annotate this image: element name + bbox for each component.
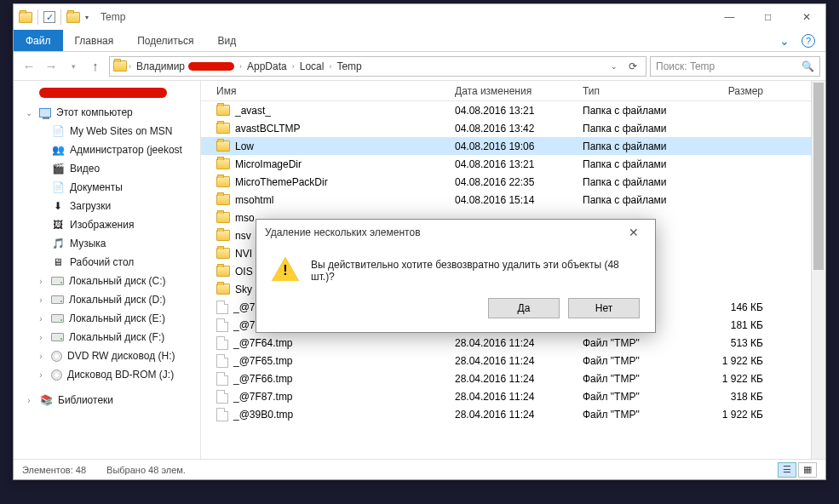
file-name: _@39B0.tmp <box>233 409 293 421</box>
file-row[interactable]: _@7F64.tmp28.04.2016 11:24Файл "TMP"513 … <box>201 334 825 352</box>
tree-this-pc[interactable]: ⌄Этот компьютер <box>14 103 200 122</box>
file-type: Папка с файлами <box>576 105 695 117</box>
folder-icon <box>216 158 230 169</box>
file-row[interactable]: _@7F65.tmp28.04.2016 11:24Файл "TMP"1 92… <box>201 352 825 369</box>
file-row[interactable]: msohtml04.08.2016 15:14Папка с файлами <box>201 191 825 209</box>
folder-icon <box>19 12 32 23</box>
tree-item[interactable]: 🖼Изображения <box>14 215 200 234</box>
file-size: 146 КБ <box>695 301 780 313</box>
tree-item[interactable]: ›Локальный диск (F:) <box>14 328 200 346</box>
folder-icon: 🎬 <box>51 162 65 175</box>
folder-icon <box>216 105 230 116</box>
breadcrumb-local[interactable]: Local <box>296 60 328 72</box>
file-name: msohtml <box>235 194 273 206</box>
col-type[interactable]: Тип <box>576 85 695 97</box>
help-icon[interactable]: ? <box>802 34 815 48</box>
yes-button[interactable]: Да <box>488 298 560 318</box>
properties-qat-button[interactable]: ✓ <box>43 11 55 23</box>
file-row[interactable]: Low04.08.2016 19:06Папка с файлами <box>201 137 825 155</box>
file-date: 28.04.2016 11:24 <box>448 373 576 385</box>
tab-view[interactable]: Вид <box>205 30 248 51</box>
file-name: nsv <box>235 230 251 242</box>
breadcrumb-user[interactable]: Владимир <box>133 60 238 72</box>
file-row[interactable]: avastBCLTMP04.08.2016 13:42Папка с файла… <box>201 119 825 137</box>
file-name: _@7F64.tmp <box>233 337 293 349</box>
file-icon <box>216 390 228 404</box>
close-button[interactable]: ✕ <box>787 4 825 30</box>
search-placeholder: Поиск: Temp <box>656 60 715 72</box>
col-name[interactable]: Имя <box>201 85 448 97</box>
file-type: Папка с файлами <box>576 140 695 152</box>
file-date: 04.08.2016 13:21 <box>448 158 576 170</box>
file-icon <box>216 372 228 386</box>
scrollbar-thumb[interactable] <box>813 83 824 270</box>
tree-item[interactable]: ⬇Загрузки <box>14 197 200 215</box>
col-size[interactable]: Размер <box>695 85 780 97</box>
breadcrumb-appdata[interactable]: AppData <box>244 60 290 72</box>
col-date[interactable]: Дата изменения <box>448 85 576 97</box>
file-row[interactable]: _@39B0.tmp28.04.2016 11:24Файл "TMP"1 92… <box>201 405 825 423</box>
search-input[interactable]: Поиск: Temp 🔍 <box>650 56 820 77</box>
file-row[interactable]: MicroImageDir04.08.2016 13:21Папка с фай… <box>201 155 825 173</box>
file-date: 28.04.2016 11:24 <box>448 337 576 349</box>
folder-icon <box>216 140 230 152</box>
icons-view-button[interactable]: ▦ <box>798 462 817 478</box>
tree-item[interactable]: ›Локальный диск (E:) <box>14 309 200 328</box>
tree-item[interactable]: ›DVD RW дисковод (H:) <box>14 346 200 365</box>
no-button[interactable]: Нет <box>568 298 640 318</box>
back-button[interactable]: ← <box>19 56 39 77</box>
maximize-button[interactable]: □ <box>749 4 787 30</box>
chevron-right-icon[interactable]: › <box>329 62 331 71</box>
dialog-titlebar: Удаление нескольких элементов ✕ <box>256 220 655 245</box>
file-row[interactable]: _@7F66.tmp28.04.2016 11:24Файл "TMP"1 92… <box>201 369 825 387</box>
tree-item[interactable]: ›Локальный диск (C:) <box>14 272 200 290</box>
breadcrumb-temp[interactable]: Temp <box>333 60 365 72</box>
file-row[interactable]: MicroThemePackDir04.08.2016 22:35Папка с… <box>201 173 825 191</box>
qat-dropdown[interactable]: ▾ <box>85 14 89 21</box>
refresh-button[interactable]: ⟳ <box>624 60 642 72</box>
new-folder-qat-button[interactable] <box>66 12 80 23</box>
drive-icon <box>51 314 64 323</box>
redacted <box>39 88 167 98</box>
tree-item[interactable]: ›Дисковод BD-ROM (J:) <box>14 365 200 384</box>
forward-button[interactable]: → <box>41 56 61 77</box>
folder-icon: 🖼 <box>51 218 65 232</box>
file-row[interactable]: _avast_04.08.2016 13:21Папка с файлами <box>201 101 825 119</box>
tree-libraries[interactable]: ›📚Библиотеки <box>14 391 200 410</box>
tree-label: Локальный диск (D:) <box>69 294 166 306</box>
file-type: Файл "TMP" <box>576 391 695 403</box>
tree-item[interactable]: 👥Администратор (jeekost <box>14 140 200 159</box>
minimize-button[interactable]: — <box>710 4 749 30</box>
file-name: Sky <box>235 284 252 295</box>
dialog-close-button[interactable]: ✕ <box>621 226 646 239</box>
vertical-scrollbar[interactable] <box>811 81 825 459</box>
tab-share[interactable]: Поделиться <box>125 30 205 51</box>
navigation-pane[interactable]: ⌄Этот компьютер 📄My Web Sites on MSN👥Адм… <box>14 81 201 459</box>
tree-item[interactable]: 📄Документы <box>14 178 200 197</box>
file-row[interactable]: _@7F87.tmp28.04.2016 11:24Файл "TMP"318 … <box>201 387 825 405</box>
status-item-count: Элементов: 48 <box>22 465 86 475</box>
address-dropdown[interactable]: ⌄ <box>605 60 624 72</box>
details-view-button[interactable]: ☰ <box>778 462 796 478</box>
folder-icon <box>216 212 230 223</box>
tab-home[interactable]: Главная <box>63 30 126 51</box>
chevron-right-icon[interactable]: › <box>292 62 295 71</box>
tree-label: Библиотеки <box>58 394 113 406</box>
tree-item[interactable]: ›Локальный диск (D:) <box>14 290 200 309</box>
tree-item[interactable]: 🎵Музыка <box>14 234 200 253</box>
file-date: 04.08.2016 22:35 <box>448 176 576 188</box>
tree-item[interactable]: 🖥Рабочий стол <box>14 253 200 272</box>
chevron-right-icon[interactable]: › <box>239 62 242 71</box>
window-title: Temp <box>101 11 125 23</box>
tree-item[interactable]: 🎬Видео <box>14 159 200 178</box>
file-name: _avast_ <box>235 105 271 117</box>
chevron-right-icon[interactable]: › <box>129 62 131 71</box>
file-date: 04.08.2016 13:21 <box>448 105 576 117</box>
up-button[interactable]: ↑ <box>85 56 106 77</box>
history-dropdown[interactable]: ▾ <box>63 56 83 77</box>
quick-access-toolbar: ✓ ▾ <box>19 9 89 25</box>
address-bar[interactable]: › Владимир › AppData › Local › Temp ⌄ ⟳ <box>109 56 646 77</box>
tree-item[interactable]: 📄My Web Sites on MSN <box>14 122 200 140</box>
ribbon-expand-icon[interactable]: ⌄ <box>779 34 790 48</box>
tab-file[interactable]: Файл <box>14 30 63 51</box>
